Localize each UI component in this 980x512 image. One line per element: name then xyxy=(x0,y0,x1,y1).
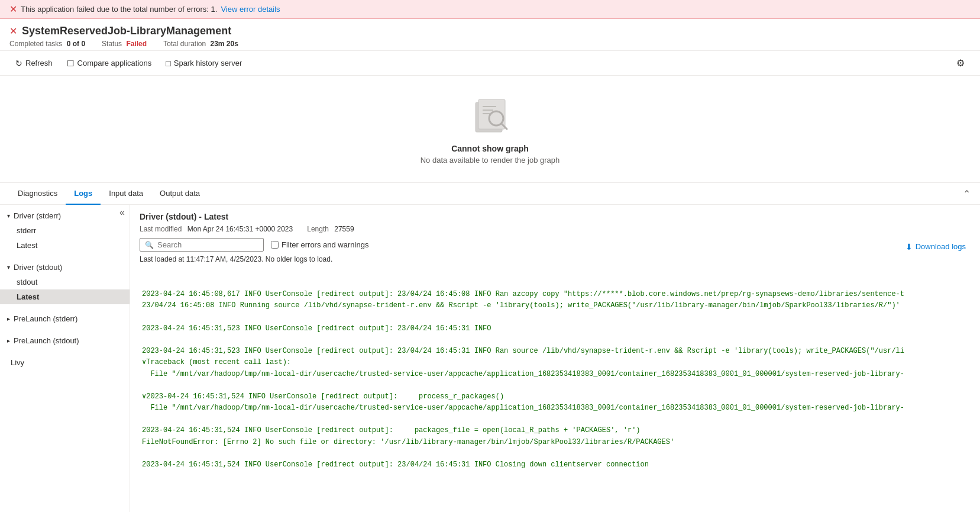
last-modified-label: Last modified xyxy=(140,225,182,233)
completed-value: 0 of 0 xyxy=(67,40,85,48)
driver-stderr-label: Driver (stderr) xyxy=(14,211,61,220)
sidebar-group-prelaunch-stderr: ▸ PreLaunch (stderr) xyxy=(0,308,130,330)
duration-label: Total duration xyxy=(163,40,206,48)
tabs-collapse-icon[interactable]: ⌃ xyxy=(963,188,971,199)
settings-icon-button[interactable]: ⚙ xyxy=(950,54,971,72)
prelaunch-stdout-label: PreLaunch (stdout) xyxy=(14,336,79,345)
sidebar-group-header-driver-stderr[interactable]: ▾ Driver (stderr) xyxy=(0,208,130,223)
sidebar-collapse-button[interactable]: « xyxy=(119,207,125,218)
compare-icon: ☐ xyxy=(67,59,75,68)
log-header: Driver (stdout) - Latest Last modified M… xyxy=(140,212,971,268)
toolbar-right: ⚙ xyxy=(950,54,971,72)
chevron-down-icon: ▾ xyxy=(7,212,10,219)
status-value: Failed xyxy=(126,40,147,48)
error-message: This application failed due to the total… xyxy=(21,5,217,14)
job-status-icon: ✕ xyxy=(9,25,17,37)
graph-icon-container xyxy=(464,94,517,137)
log-content[interactable]: 2023-04-24 16:45:08,617 INFO UserConsole… xyxy=(140,273,971,512)
refresh-icon: ↻ xyxy=(15,59,22,68)
graph-title: Cannot show graph xyxy=(451,144,529,153)
tabs-bar: Diagnostics Logs Input data Output data … xyxy=(0,183,980,205)
last-modified-value: Mon Apr 24 16:45:31 +0000 2023 xyxy=(187,225,293,233)
error-icon: ✕ xyxy=(9,4,17,15)
toolbar: ↻ Refresh ☐ Compare applications □ Spark… xyxy=(0,51,980,76)
filter-checkbox[interactable] xyxy=(271,241,279,249)
sidebar-item-latest-stderr[interactable]: Latest xyxy=(0,238,130,253)
error-banner: ✕ This application failed due to the tot… xyxy=(0,0,980,19)
download-icon: ⬇ xyxy=(905,242,913,252)
compare-label: Compare applications xyxy=(77,59,152,67)
chevron-right-icon-2: ▸ xyxy=(7,337,10,344)
sidebar-item-stdout[interactable]: stdout xyxy=(0,275,130,289)
log-title: Driver (stdout) - Latest xyxy=(140,212,971,221)
search-input[interactable] xyxy=(157,240,258,249)
tab-input-data[interactable]: Input data xyxy=(101,183,151,205)
sidebar-item-stderr[interactable]: stderr xyxy=(0,223,130,238)
log-meta: Last modified Mon Apr 24 16:45:31 +0000 … xyxy=(140,225,971,233)
search-box[interactable]: 🔍 xyxy=(140,238,264,252)
log-loaded-message: Last loaded at 11:47:17 AM, 4/25/2023. N… xyxy=(140,255,971,263)
completed-label: Completed tasks xyxy=(9,40,62,48)
log-controls-row: 🔍 Filter errors and warnings ⬇ Download … xyxy=(140,238,971,255)
sidebar-item-latest-stdout[interactable]: Latest xyxy=(0,289,130,304)
sidebar-group-header-livy[interactable]: Livy xyxy=(0,355,130,370)
download-label: Download logs xyxy=(916,242,966,251)
status-item: Status Failed xyxy=(102,40,147,48)
graph-subtitle: No data available to render the job grap… xyxy=(421,156,560,165)
tab-output-data[interactable]: Output data xyxy=(151,183,208,205)
compare-button[interactable]: ☐ Compare applications xyxy=(61,56,158,71)
completed-tasks-item: Completed tasks 0 of 0 xyxy=(9,40,85,48)
settings-icon: ⚙ xyxy=(956,57,965,69)
page-header: ✕ SystemReservedJob-LibraryManagement Co… xyxy=(0,19,980,51)
sidebar-group-header-prelaunch-stdout[interactable]: ▸ PreLaunch (stdout) xyxy=(0,333,130,348)
graph-empty-icon xyxy=(464,94,517,135)
duration-item: Total duration 23m 20s xyxy=(163,40,238,48)
sidebar: « ▾ Driver (stderr) stderr Latest ▾ Driv… xyxy=(0,205,130,512)
chevron-right-icon: ▸ xyxy=(7,315,10,322)
duration-value: 23m 20s xyxy=(211,40,238,48)
spark-history-button[interactable]: □ Spark history server xyxy=(160,56,248,71)
tab-logs[interactable]: Logs xyxy=(66,183,101,205)
tab-diagnostics[interactable]: Diagnostics xyxy=(9,183,66,205)
log-controls: 🔍 Filter errors and warnings xyxy=(140,238,368,252)
log-viewer: Driver (stdout) - Latest Last modified M… xyxy=(130,205,980,512)
sidebar-group-driver-stdout: ▾ Driver (stdout) stdout Latest xyxy=(0,256,130,308)
search-icon: 🔍 xyxy=(145,241,154,249)
graph-area: Cannot show graph No data available to r… xyxy=(0,76,980,183)
chevron-down-icon-2: ▾ xyxy=(7,264,10,271)
job-meta: Completed tasks 0 of 0 Status Failed Tot… xyxy=(9,40,971,48)
sidebar-group-header-prelaunch-stderr[interactable]: ▸ PreLaunch (stderr) xyxy=(0,311,130,326)
status-label: Status xyxy=(102,40,122,48)
driver-stdout-label: Driver (stdout) xyxy=(14,263,62,272)
filter-checkbox-label[interactable]: Filter errors and warnings xyxy=(271,240,368,249)
sidebar-group-prelaunch-stdout: ▸ PreLaunch (stdout) xyxy=(0,330,130,352)
job-title-row: ✕ SystemReservedJob-LibraryManagement xyxy=(9,25,971,37)
length-item: Length 27559 xyxy=(307,225,354,233)
spark-icon: □ xyxy=(166,59,170,68)
refresh-label: Refresh xyxy=(25,59,53,67)
download-logs-button[interactable]: ⬇ Download logs xyxy=(901,240,971,254)
main-content: « ▾ Driver (stderr) stderr Latest ▾ Driv… xyxy=(0,205,980,512)
refresh-button[interactable]: ↻ Refresh xyxy=(9,56,59,71)
sidebar-group-livy: Livy xyxy=(0,352,130,373)
filter-label: Filter errors and warnings xyxy=(282,240,368,249)
spark-label: Spark history server xyxy=(174,59,242,67)
sidebar-group-header-driver-stdout[interactable]: ▾ Driver (stdout) xyxy=(0,260,130,275)
length-label: Length xyxy=(307,225,329,233)
livy-label: Livy xyxy=(11,358,24,367)
length-value: 27559 xyxy=(334,225,354,233)
job-title: SystemReservedJob-LibraryManagement xyxy=(22,25,231,37)
prelaunch-stderr-label: PreLaunch (stderr) xyxy=(14,314,77,323)
last-modified-item: Last modified Mon Apr 24 16:45:31 +0000 … xyxy=(140,225,293,233)
view-error-link[interactable]: View error details xyxy=(221,5,280,14)
sidebar-group-driver-stderr: ▾ Driver (stderr) stderr Latest xyxy=(0,205,130,256)
